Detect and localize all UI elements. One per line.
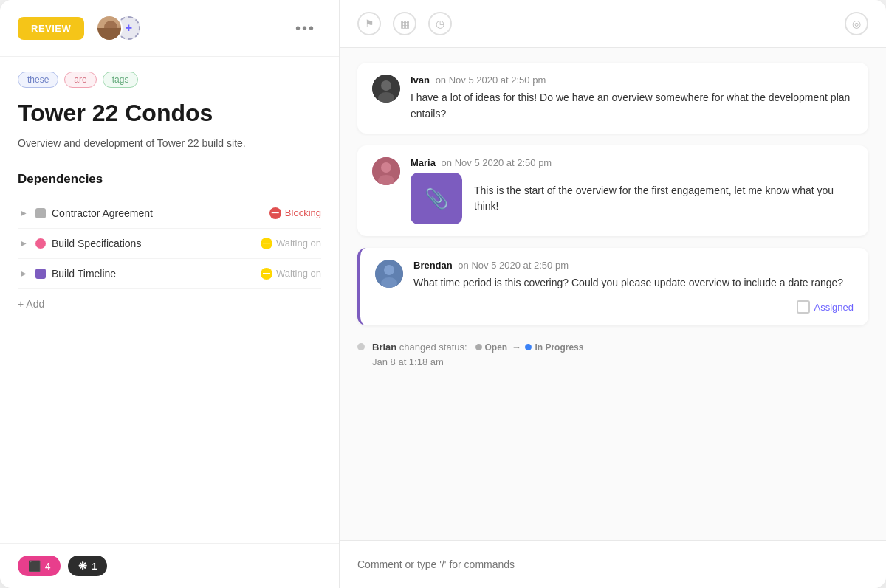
page-title: Tower 22 Condos	[18, 100, 321, 127]
avatar-brendan	[375, 260, 403, 288]
dep-name-build-specs: Build Specifications	[52, 238, 255, 249]
message-ivan: Ivan on Nov 5 2020 at 2:50 pm I have a l…	[357, 63, 868, 134]
eye-icon[interactable]: ◎	[845, 12, 868, 35]
chat-text-ivan: I have a lot of ideas for this! Do we ha…	[411, 90, 854, 122]
avatar	[96, 15, 123, 41]
waiting-icon-1: —	[261, 238, 272, 249]
assigned-checkbox[interactable]	[797, 300, 810, 314]
dep-chevron-build-timeline[interactable]: ▶	[18, 268, 30, 280]
tags-row: these are tags	[18, 72, 321, 88]
badge-count-1: 4	[45, 561, 50, 572]
dep-dot-contractor	[35, 208, 46, 218]
avatar-maria	[372, 157, 400, 185]
message-maria: Maria on Nov 5 2020 at 2:50 pm 📎 This is…	[357, 145, 868, 236]
left-header: REVIEW + •••	[0, 0, 339, 57]
chat-text-brendan: What time period is this covering? Could…	[413, 275, 854, 291]
message-body-brendan: Brendan on Nov 5 2020 at 2:50 pm What ti…	[413, 260, 854, 314]
author-maria: Maria	[411, 157, 436, 168]
timestamp-ivan: on Nov 5 2020 at 2:50 pm	[436, 75, 546, 86]
dep-item-contractor: ▶ Contractor Agreement — Blocking	[18, 198, 321, 229]
chat-meta-maria: Maria on Nov 5 2020 at 2:50 pm	[411, 157, 854, 168]
chat-area: Ivan on Nov 5 2020 at 2:50 pm I have a l…	[340, 48, 886, 540]
status-from-label: Open	[485, 341, 508, 354]
dep-status-label-build-specs: Waiting on	[276, 238, 321, 249]
tag-tags[interactable]: tags	[103, 72, 139, 88]
message-body-ivan: Ivan on Nov 5 2020 at 2:50 pm I have a l…	[411, 75, 854, 122]
notion-icon: ⬛	[28, 560, 41, 572]
avatar-group: +	[96, 15, 140, 41]
left-footer: ⬛ 4 ❋ 1	[0, 543, 339, 588]
timestamp-brendan: on Nov 5 2020 at 2:50 pm	[458, 260, 569, 271]
more-button[interactable]: •••	[289, 17, 321, 40]
status-to-badge: In Progress	[525, 341, 583, 354]
dep-item-build-specs: ▶ Build Specifications — Waiting on	[18, 229, 321, 259]
status-to-dot	[525, 344, 532, 350]
dep-chevron-contractor[interactable]: ▶	[18, 207, 30, 219]
dep-status-label-build-timeline: Waiting on	[276, 268, 321, 279]
assigned-badge: Assigned	[413, 300, 854, 314]
tag-these[interactable]: these	[18, 72, 58, 88]
author-brendan: Brendan	[413, 260, 453, 271]
timestamp-maria: on Nov 5 2020 at 2:50 pm	[442, 157, 552, 168]
tag-are[interactable]: are	[64, 72, 96, 88]
chat-meta-ivan: Ivan on Nov 5 2020 at 2:50 pm	[411, 75, 854, 86]
arrow-icon: →	[512, 342, 524, 353]
badge-figma[interactable]: ❋ 1	[68, 556, 107, 576]
page-description: Overview and development of Tower 22 bui…	[18, 136, 321, 151]
message-brendan: Brendan on Nov 5 2020 at 2:50 pm What ti…	[357, 248, 868, 325]
comment-input[interactable]	[357, 553, 868, 576]
calendar-icon[interactable]: ▦	[393, 12, 416, 35]
dependencies-list: ▶ Contractor Agreement — Blocking ▶ Buil…	[18, 198, 321, 289]
status-actor: Brian	[372, 342, 396, 353]
left-panel: REVIEW + ••• these are tags Tower 22 Con…	[0, 0, 340, 588]
dep-item-build-timeline: ▶ Build Timeline — Waiting on	[18, 259, 321, 289]
message-body-maria: Maria on Nov 5 2020 at 2:50 pm 📎 This is…	[411, 157, 854, 224]
dep-chevron-build-specs[interactable]: ▶	[18, 238, 30, 249]
dep-status-build-timeline: — Waiting on	[261, 268, 321, 280]
dep-dot-build-timeline	[35, 269, 46, 279]
dep-name-contractor: Contractor Agreement	[52, 207, 264, 219]
avatar-ivan	[372, 75, 400, 103]
figma-icon: ❋	[78, 560, 87, 572]
status-change-row: Brian changed status: Open → In Progress…	[357, 337, 868, 372]
left-content: these are tags Tower 22 Condos Overview …	[0, 57, 339, 543]
status-change-dot	[357, 343, 365, 350]
status-timestamp: Jan 8 at 1:18 am	[372, 356, 444, 367]
waiting-icon-2: —	[261, 268, 272, 280]
right-panel: ⚑ ▦ ◷ ◎ Ivan on Nov 5	[340, 0, 886, 588]
svg-point-7	[384, 265, 394, 275]
svg-point-1	[381, 80, 391, 91]
svg-point-4	[381, 162, 391, 173]
dep-name-build-timeline: Build Timeline	[52, 268, 255, 280]
dep-status-contractor: — Blocking	[269, 207, 321, 219]
add-dependency-button[interactable]: + Add	[18, 289, 321, 319]
status-from-badge: Open	[475, 341, 508, 354]
chat-meta-brendan: Brendan on Nov 5 2020 at 2:50 pm	[413, 260, 854, 271]
right-header: ⚑ ▦ ◷ ◎	[340, 0, 886, 48]
dep-dot-build-specs	[35, 238, 46, 249]
dep-status-build-specs: — Waiting on	[261, 238, 321, 249]
blocking-icon: —	[269, 207, 281, 219]
author-ivan: Ivan	[411, 75, 430, 86]
status-from-dot	[475, 344, 482, 350]
dep-status-label-contractor: Blocking	[285, 207, 321, 218]
assigned-label: Assigned	[814, 302, 854, 313]
status-to-label: In Progress	[535, 341, 583, 354]
comment-input-row	[340, 540, 886, 588]
status-change-text: Brian changed status: Open → In Progress…	[372, 340, 583, 369]
paperclip-icon: 📎	[425, 187, 448, 210]
review-button[interactable]: REVIEW	[18, 17, 84, 40]
flag-icon[interactable]: ⚑	[357, 12, 381, 35]
maria-content: 📎 This is the start of the overview for …	[411, 173, 854, 224]
attachment-block[interactable]: 📎	[411, 173, 462, 224]
dependencies-heading: Dependencies	[18, 172, 321, 187]
status-action: changed status:	[399, 342, 467, 353]
badge-count-2: 1	[92, 561, 97, 572]
clock-icon[interactable]: ◷	[428, 12, 452, 35]
badge-notion[interactable]: ⬛ 4	[18, 556, 61, 576]
chat-text-maria: This is the start of the overview for th…	[474, 183, 854, 215]
